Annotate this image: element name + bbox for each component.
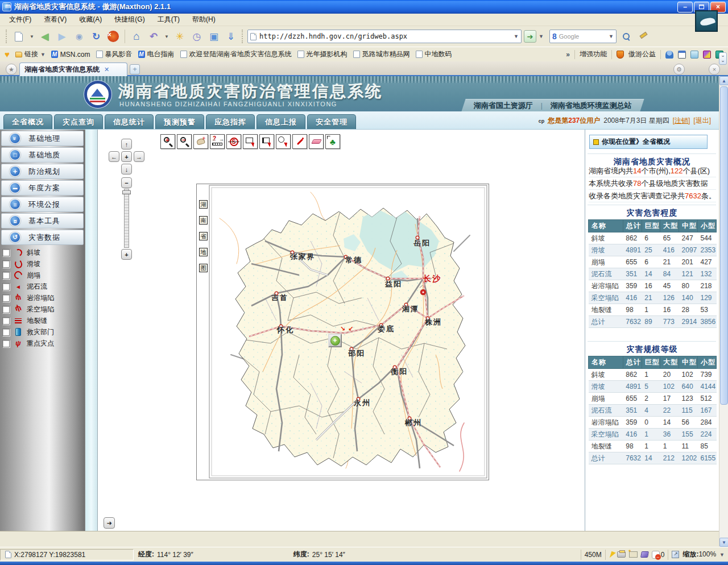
- tab-closeall-icon[interactable]: ×: [709, 64, 720, 75]
- link-land-resources-dept[interactable]: 湖南省国土资源厅: [474, 101, 533, 111]
- links-bar-item-6[interactable]: 觅路城市精品网: [353, 49, 410, 59]
- sidebar-section-环境公报[interactable]: 环境公报: [1, 197, 84, 212]
- links-overflow-icon[interactable]: »: [566, 51, 570, 59]
- menu-item-2[interactable]: 收藏(A): [73, 14, 107, 26]
- layer-checkbox[interactable]: [2, 329, 10, 336]
- nav-tab-应急指挥[interactable]: 应急指挥: [206, 114, 255, 129]
- links-bar-item-1[interactable]: MMSN.com: [51, 51, 90, 59]
- logout-link[interactable]: [注销]: [673, 116, 690, 126]
- zoom-slider-track[interactable]: [124, 189, 129, 248]
- menu-item-3[interactable]: 快捷组(G): [109, 14, 150, 26]
- pan-up-button[interactable]: ↑: [121, 139, 132, 149]
- stop-icon[interactable]: ×: [106, 29, 121, 44]
- menu-item-1[interactable]: 查看(V): [38, 14, 72, 26]
- scroll-up-icon[interactable]: ▲: [719, 76, 728, 85]
- find-icon[interactable]: [619, 29, 634, 44]
- address-bar[interactable]: http://dzzh.hndh.gov.cn/gridweb.aspx ▼: [247, 30, 522, 43]
- user-icon[interactable]: [665, 51, 673, 59]
- new-tab-dropdown[interactable]: ▼: [28, 29, 35, 44]
- pan-left-button[interactable]: ←: [109, 151, 119, 162]
- layer-checkbox[interactable]: [2, 249, 10, 256]
- go-dropdown-icon[interactable]: ▼: [539, 34, 544, 39]
- download-icon[interactable]: ⇓: [224, 29, 238, 44]
- select-rect-tool-icon[interactable]: [243, 134, 258, 149]
- layer-checkbox[interactable]: [2, 260, 10, 268]
- tab-close-icon[interactable]: ✕: [104, 66, 109, 73]
- popup-blocker-icon[interactable]: [629, 551, 638, 558]
- layer-checkbox[interactable]: [2, 272, 10, 279]
- page-scrollbar[interactable]: ▲ ▼: [719, 76, 728, 547]
- history-clock-icon[interactable]: ◷: [189, 29, 204, 44]
- enhance-features-link[interactable]: 增强功能: [580, 49, 607, 59]
- favorites-star-icon[interactable]: ★: [6, 64, 17, 75]
- links-bar-item-3[interactable]: M电台指南: [138, 49, 175, 59]
- forward-icon[interactable]: ▶: [55, 29, 69, 44]
- layer-checkbox[interactable]: [2, 283, 10, 290]
- layer-checkbox[interactable]: [2, 306, 10, 313]
- sidebar-section-年度方案[interactable]: 年度方案: [1, 180, 84, 196]
- toolbar-overflow-chevron-icon[interactable]: ⌄⌄: [719, 52, 727, 65]
- layer-row-地裂缝[interactable]: 地裂缝: [0, 315, 85, 326]
- pan-tool-icon[interactable]: ✳: [193, 134, 208, 149]
- sidebar-section-灾害数据[interactable]: 灾害数据: [1, 230, 84, 245]
- window-list-icon[interactable]: ▣: [206, 29, 221, 44]
- links-bar-item-5[interactable]: 光年摄影机构: [297, 49, 348, 59]
- search-box[interactable]: 8 Google ▼: [549, 30, 617, 43]
- ad-block-icon[interactable]: [652, 551, 660, 559]
- pan-right-button[interactable]: →: [134, 151, 144, 162]
- nav-tab-预测预警[interactable]: 预测预警: [155, 114, 204, 129]
- layer-checkbox[interactable]: [2, 317, 10, 325]
- new-tab-button[interactable]: +: [130, 64, 140, 74]
- nav-tab-信息统计[interactable]: 信息统计: [105, 114, 154, 129]
- undo-icon[interactable]: ↶: [146, 29, 161, 44]
- panel-splitter[interactable]: [85, 130, 98, 531]
- refresh-icon[interactable]: ↻: [89, 29, 104, 44]
- scrollbar-thumb[interactable]: [720, 86, 728, 405]
- magic-fill-icon[interactable]: ✳: [172, 29, 187, 44]
- layer-row-重点灾点[interactable]: 重点灾点: [0, 338, 85, 349]
- nav-tab-全省概况[interactable]: 全省概况: [3, 114, 52, 129]
- select-circle-tool-icon[interactable]: [276, 134, 291, 149]
- select-corner-tool-icon[interactable]: [259, 134, 274, 149]
- search-input[interactable]: Google: [559, 33, 606, 40]
- favorites-heart-icon[interactable]: ♥: [5, 49, 10, 59]
- links-bar-item-2[interactable]: 暴风影音: [96, 49, 133, 59]
- zoom-control[interactable]: 缩放:100%: [682, 550, 716, 559]
- history-dropdown-icon[interactable]: ◉: [72, 29, 86, 44]
- tab-tools-icon[interactable]: ⚙: [673, 64, 685, 75]
- minimize-button[interactable]: –: [677, 2, 693, 13]
- layer-row-滑坡[interactable]: 滑坡: [0, 258, 85, 269]
- boost-bolt-icon[interactable]: [607, 551, 616, 558]
- menu-item-4[interactable]: 工具(T): [152, 14, 185, 26]
- back-icon[interactable]: ◀: [38, 29, 52, 44]
- nav-tab-安全管理[interactable]: 安全管理: [307, 114, 356, 129]
- nav-tab-灾点查询[interactable]: 灾点查询: [54, 114, 103, 129]
- notes-book-icon[interactable]: [640, 551, 649, 558]
- full-extent-tool-icon[interactable]: ♣: [325, 134, 340, 149]
- undo-dropdown[interactable]: ▼: [163, 29, 170, 44]
- layer-row-救灾部门[interactable]: 救灾部门: [0, 326, 85, 338]
- link-geo-env-station[interactable]: 湖南省地质环境监测总站: [551, 101, 632, 111]
- collapse-sidebar-arrow-button[interactable]: ➜: [104, 517, 115, 529]
- sidebar-section-基础地理[interactable]: 基础地理: [1, 131, 84, 146]
- eraser-tool-icon[interactable]: [309, 134, 324, 149]
- pan-center-button[interactable]: +: [121, 151, 132, 162]
- layer-row-斜坡[interactable]: 斜坡: [0, 247, 85, 258]
- home-icon[interactable]: ⌂: [129, 29, 144, 44]
- zoom-in-tool-icon[interactable]: +: [160, 134, 175, 149]
- charity-shield-icon[interactable]: [617, 51, 624, 59]
- scroll-down-icon[interactable]: ▼: [719, 538, 728, 547]
- pan-down-button[interactable]: ↓: [121, 164, 132, 175]
- measure-scale-tool-icon[interactable]: S: [226, 134, 241, 149]
- notes-icon[interactable]: [690, 51, 698, 59]
- go-button[interactable]: ➔: [524, 30, 536, 43]
- menu-item-5[interactable]: 帮助(H): [187, 14, 221, 26]
- zoom-dropdown-icon[interactable]: ▼: [719, 552, 725, 558]
- map-add-point-button[interactable]: [328, 334, 342, 347]
- exit-link[interactable]: [退出]: [693, 116, 711, 126]
- zoom-out-tool-icon[interactable]: −: [177, 134, 192, 149]
- layer-row-崩塌[interactable]: 崩塌: [0, 269, 85, 281]
- address-input[interactable]: http://dzzh.hndh.gov.cn/gridweb.aspx: [259, 32, 511, 40]
- resize-icon[interactable]: [672, 551, 679, 558]
- window-icon[interactable]: [678, 51, 686, 59]
